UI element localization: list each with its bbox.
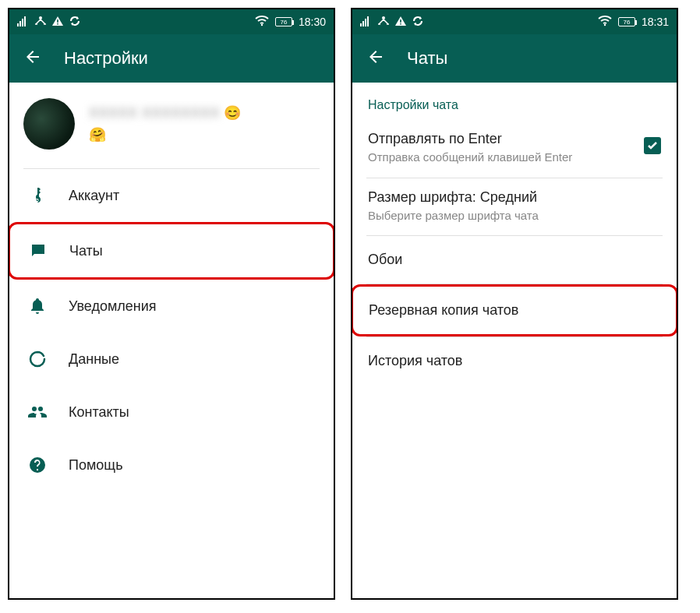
help-icon xyxy=(28,456,47,474)
svg-point-4 xyxy=(604,23,606,25)
emoji-smile: 😊 xyxy=(224,105,241,121)
menu-label: Аккаунт xyxy=(69,188,119,204)
sync-icon xyxy=(69,15,81,30)
menu-label: Помощь xyxy=(69,457,123,474)
menu-label: Контакты xyxy=(69,404,129,421)
warning-icon xyxy=(394,16,407,29)
wifi-icon xyxy=(598,16,612,29)
page-title: Чаты xyxy=(407,48,447,69)
profile-row[interactable]: XXXXX XXXXXXXX 😊 🤗 xyxy=(9,83,334,168)
balance-icon xyxy=(34,16,47,29)
phone-settings: 76 18:30 Настройки XXXXX XXXXXXXX 😊 🤗 Ак… xyxy=(8,8,335,600)
setting-subtitle: Отправка сообщений клавишей Enter xyxy=(368,150,635,165)
contacts-icon xyxy=(28,403,47,421)
setting-history[interactable]: История чатов xyxy=(352,337,677,385)
menu-label: Уведомления xyxy=(69,298,157,315)
status-time: 18:30 xyxy=(299,16,326,28)
status-time: 18:31 xyxy=(642,16,669,28)
checkbox-checked[interactable] xyxy=(644,137,661,154)
svg-point-1 xyxy=(261,23,263,25)
menu-data[interactable]: Данные xyxy=(9,333,334,386)
profile-name: XXXXX XXXXXXXX xyxy=(89,105,220,121)
menu-label: Данные xyxy=(69,351,119,368)
setting-wallpaper[interactable]: Обои xyxy=(352,236,677,284)
battery-icon: 76 xyxy=(618,17,635,26)
setting-enter-send[interactable]: Отправлять по Enter Отправка сообщений к… xyxy=(352,120,677,178)
setting-backup[interactable]: Резервная копия чатов xyxy=(353,287,676,334)
data-usage-icon xyxy=(28,350,47,368)
signal-icon xyxy=(17,16,30,29)
setting-title: Отправлять по Enter xyxy=(368,131,635,147)
menu-contacts[interactable]: Контакты xyxy=(9,386,334,439)
setting-font-size[interactable]: Размер шрифта: Средний Выберите размер ш… xyxy=(352,178,677,236)
back-icon[interactable] xyxy=(23,48,42,69)
avatar xyxy=(23,98,75,150)
wifi-icon xyxy=(255,16,269,29)
battery-icon: 76 xyxy=(275,17,292,26)
key-icon xyxy=(28,186,47,205)
sync-icon xyxy=(412,15,424,30)
bell-icon xyxy=(28,297,47,315)
menu-notifications[interactable]: Уведомления xyxy=(9,280,334,333)
back-icon[interactable] xyxy=(366,48,385,69)
menu-help[interactable]: Помощь xyxy=(9,439,334,491)
app-bar: Настройки xyxy=(9,34,334,83)
page-title: Настройки xyxy=(64,48,148,69)
menu-chats[interactable]: Чаты xyxy=(10,224,333,277)
menu-account[interactable]: Аккаунт xyxy=(9,169,334,222)
menu-label: Чаты xyxy=(69,243,103,259)
phone-chats: 76 18:31 Чаты Настройки чата Отправлять … xyxy=(351,8,678,600)
emoji-hug: 🤗 xyxy=(89,126,241,143)
highlight-backup: Резервная копия чатов xyxy=(351,284,678,336)
status-bar: 76 18:30 xyxy=(9,9,334,34)
warning-icon xyxy=(51,16,64,29)
setting-title: Размер шрифта: Средний xyxy=(368,189,661,206)
balance-icon xyxy=(377,16,390,29)
setting-subtitle: Выберите размер шрифта чата xyxy=(368,208,661,224)
chat-icon xyxy=(29,241,48,260)
signal-icon xyxy=(360,16,373,29)
section-header: Настройки чата xyxy=(352,83,677,120)
app-bar: Чаты xyxy=(352,34,677,83)
status-bar: 76 18:31 xyxy=(352,9,677,34)
highlight-chats: Чаты xyxy=(8,222,335,280)
